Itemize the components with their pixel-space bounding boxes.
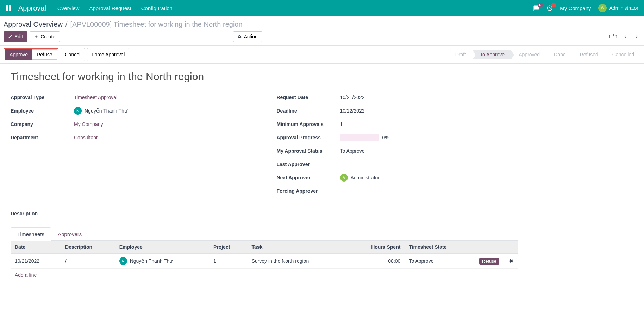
cell-timesheet-state: To Approve xyxy=(405,254,475,269)
pager-next[interactable] xyxy=(633,33,640,40)
company-selector[interactable]: My Company xyxy=(560,5,591,11)
step-approved[interactable]: Approved xyxy=(511,50,546,59)
breadcrumb: Approval Overview / [APVL00009] Timeshee… xyxy=(0,16,644,31)
form-sheet: Timesheet for working in the North regio… xyxy=(0,64,528,288)
timesheets-table: Date Description Employee Project Task H… xyxy=(11,241,518,281)
label-company: Company xyxy=(11,121,74,127)
create-label: Create xyxy=(40,34,55,39)
user-name: Administrator xyxy=(609,5,638,11)
label-employee: Employee xyxy=(11,108,74,114)
cell-employee: Nguyễn Thanh Thư xyxy=(130,258,173,264)
apps-icon[interactable] xyxy=(6,5,11,11)
action-label: Action xyxy=(244,34,258,39)
step-refused[interactable]: Refused xyxy=(572,50,605,59)
label-approval-progress: Approval Progress xyxy=(277,135,340,140)
th-date[interactable]: Date xyxy=(11,241,61,254)
messages-badge: 6 xyxy=(538,3,543,7)
value-my-approval-status: To Approve xyxy=(340,148,518,154)
add-line-button[interactable]: Add a line xyxy=(11,269,518,281)
label-min-approvals: Minimum Approvals xyxy=(277,121,340,127)
next-approver-avatar: A xyxy=(340,174,348,182)
edit-label: Edit xyxy=(14,34,23,39)
value-company[interactable]: My Company xyxy=(74,121,103,127)
th-description[interactable]: Description xyxy=(61,241,115,254)
pager: 1 / 1 xyxy=(608,33,640,40)
value-min-approvals: 1 xyxy=(340,121,518,127)
value-approval-progress: 0% xyxy=(382,135,389,140)
cell-date: 10/21/2022 xyxy=(11,254,61,269)
value-department[interactable]: Consultant xyxy=(74,135,98,140)
label-deadline: Deadline xyxy=(277,108,340,114)
row-refuse-button[interactable]: Refuse xyxy=(479,258,499,265)
value-employee[interactable]: Nguyễn Thanh Thư xyxy=(85,108,127,114)
status-steps: Draft To Approve Approved Done Refused C… xyxy=(448,50,640,59)
label-last-approver: Last Approver xyxy=(277,161,340,167)
nav-configuration[interactable]: Configuration xyxy=(141,5,173,11)
value-approval-type[interactable]: Timesheet Approval xyxy=(74,95,117,100)
nav-overview[interactable]: Overview xyxy=(57,5,80,11)
top-navbar: Approval Overview Approval Request Confi… xyxy=(0,0,644,16)
user-menu[interactable]: A Administrator xyxy=(598,4,638,12)
label-approval-type: Approval Type xyxy=(11,95,74,100)
breadcrumb-sep: / xyxy=(65,20,68,28)
messages-icon[interactable]: 6 xyxy=(533,5,539,11)
progress-bar xyxy=(340,134,379,141)
breadcrumb-parent[interactable]: Approval Overview xyxy=(4,20,63,28)
breadcrumb-current: [APVL00009] Timesheet for working in the… xyxy=(70,20,242,28)
th-employee[interactable]: Employee xyxy=(115,241,209,254)
value-next-approver[interactable]: Administrator xyxy=(351,175,380,180)
label-next-approver: Next Approver xyxy=(277,175,340,180)
step-to-approve[interactable]: To Approve xyxy=(472,50,511,59)
create-button[interactable]: Create xyxy=(30,31,60,42)
label-my-approval-status: My Approval Status xyxy=(277,148,340,154)
refuse-button[interactable]: Refuse xyxy=(32,49,57,60)
cell-description: / xyxy=(61,254,115,269)
label-forcing-approver: Forcing Approver xyxy=(277,188,340,194)
cell-project: 1 xyxy=(209,254,248,269)
brand-label[interactable]: Approval xyxy=(18,4,46,12)
th-timesheet-state[interactable]: Timesheet State xyxy=(405,241,475,254)
activities-icon[interactable]: 1 xyxy=(546,5,553,11)
cancel-button[interactable]: Cancel xyxy=(61,48,85,61)
step-done[interactable]: Done xyxy=(546,50,572,59)
tab-approvers[interactable]: Approvers xyxy=(51,227,88,241)
activities-badge: 1 xyxy=(551,3,557,7)
label-description: Description xyxy=(11,211,518,216)
force-approval-button[interactable]: Force Approval xyxy=(87,48,129,61)
edit-button[interactable]: Edit xyxy=(4,31,27,42)
label-department: Department xyxy=(11,135,74,140)
th-project[interactable]: Project xyxy=(209,241,248,254)
action-button[interactable]: Action xyxy=(233,31,262,42)
row-remove-icon[interactable]: ✖ xyxy=(509,258,513,264)
th-task[interactable]: Task xyxy=(248,241,348,254)
statusbar: Approve Refuse Cancel Force Approval Dra… xyxy=(0,45,644,64)
user-avatar: A xyxy=(598,4,607,12)
step-draft[interactable]: Draft xyxy=(448,50,472,59)
table-row[interactable]: 10/21/2022 / NNguyễn Thanh Thư 1 Survey … xyxy=(11,254,518,269)
label-request-date: Request Date xyxy=(277,95,340,100)
approve-button[interactable]: Approve xyxy=(5,49,32,60)
row-employee-avatar: N xyxy=(119,257,127,265)
nav-approval-request[interactable]: Approval Request xyxy=(89,5,131,11)
pager-prev[interactable] xyxy=(621,33,629,40)
highlight-approve-refuse: Approve Refuse xyxy=(4,48,58,61)
page-title: Timesheet for working in the North regio… xyxy=(11,71,518,83)
pager-text: 1 / 1 xyxy=(608,34,618,39)
th-hours-spent[interactable]: Hours Spent xyxy=(347,241,405,254)
toolbar: Edit Create Action 1 / 1 xyxy=(0,31,644,45)
value-deadline: 10/22/2022 xyxy=(340,108,518,114)
tabs: Timesheets Approvers xyxy=(11,227,518,241)
cell-task: Survey in the North region xyxy=(248,254,348,269)
value-request-date: 10/21/2022 xyxy=(340,95,518,100)
tab-timesheets[interactable]: Timesheets xyxy=(11,227,51,241)
employee-avatar: N xyxy=(74,107,82,115)
cell-hours-spent: 08:00 xyxy=(347,254,405,269)
step-cancelled[interactable]: Cancelled xyxy=(605,50,640,59)
